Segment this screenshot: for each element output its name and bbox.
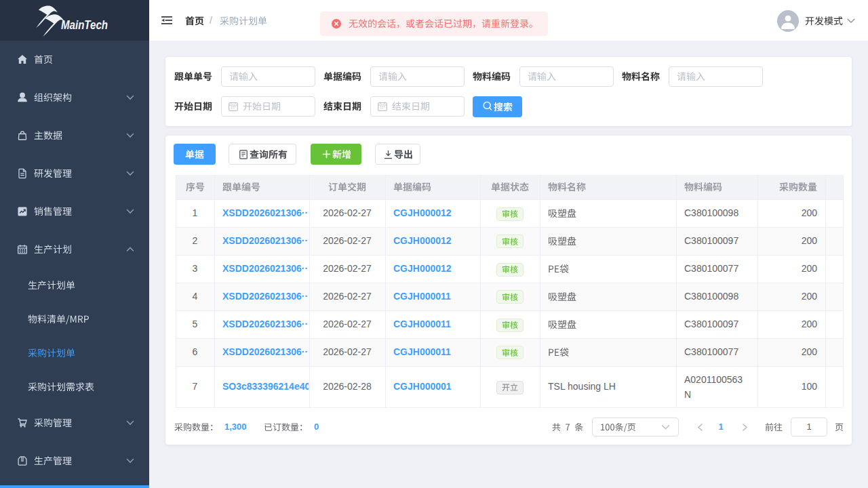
svg-text:MainTech: MainTech [61,18,108,32]
